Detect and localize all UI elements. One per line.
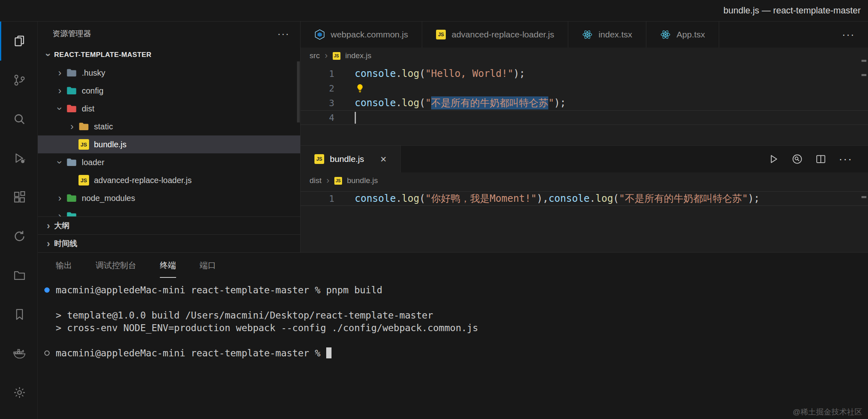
- tree-folder-dist[interactable]: ›dist: [38, 100, 300, 118]
- tree-item-label: dist: [82, 104, 94, 113]
- source-control-button[interactable]: [0, 61, 37, 100]
- panel-tab-ports[interactable]: 端口: [200, 253, 216, 278]
- chevron-right-icon: ›: [54, 211, 65, 216]
- code-token: (: [419, 68, 425, 79]
- tree-folder-node-modules[interactable]: ›node_modules: [38, 189, 300, 207]
- chevron-right-icon: ›: [43, 221, 54, 231]
- panel-tab-debug-console[interactable]: 调试控制台: [96, 253, 136, 278]
- tab-advanced-replace-loader-js[interactable]: JSadvanced-replace-loader.js: [422, 22, 568, 48]
- folder-button[interactable]: [0, 256, 37, 295]
- code-token: );: [554, 97, 566, 109]
- editor-group-top: webpack.common.jsJSadvanced-replace-load…: [301, 22, 868, 145]
- extensions-button[interactable]: [0, 178, 37, 217]
- tab-index-tsx[interactable]: index.tsx: [568, 22, 646, 48]
- code-token: (: [419, 97, 425, 109]
- sidebar-scrollbar[interactable]: [297, 61, 300, 122]
- terminal-cursor: [326, 347, 331, 358]
- file-tree: ›.husky›config›dist›staticJSbundle.js›lo…: [38, 64, 300, 216]
- explorer-icon: [13, 34, 26, 48]
- terminal-line[interactable]: macmini@appledeMac-mini react-template-m…: [38, 284, 868, 296]
- code-token: .: [396, 97, 401, 109]
- sidebar-title: 资源管理器: [52, 28, 91, 39]
- search-viewport-button[interactable]: [792, 153, 803, 165]
- breadcrumb-item[interactable]: bundle.js: [347, 176, 378, 185]
- tab-webpack-common-js[interactable]: webpack.common.js: [301, 22, 422, 48]
- terminal-line[interactable]: macmini@appledeMac-mini react-template-m…: [38, 347, 868, 359]
- tree-file-bundle-js[interactable]: JSbundle.js: [38, 135, 300, 153]
- settings-button[interactable]: [0, 373, 37, 412]
- breadcrumb-item[interactable]: index.js: [345, 51, 371, 60]
- upper-area: 资源管理器 ··· › REACT-TEMPLATE-MASTER ›.husk…: [38, 22, 868, 252]
- sync-button[interactable]: [0, 217, 37, 256]
- code-token: ": [548, 97, 554, 109]
- tree-file-advanced-replace-loader-js[interactable]: JSadvanced-replace-loader.js: [38, 171, 300, 189]
- tree-item-label: .husky: [82, 68, 105, 78]
- sidebar-more-button[interactable]: ···: [277, 28, 290, 39]
- breadcrumb-item[interactable]: dist: [310, 176, 322, 185]
- line-number[interactable]: 3: [301, 98, 334, 108]
- editor-actions: ···: [768, 146, 868, 172]
- code-line[interactable]: 1console.log("Hello, World!");: [301, 66, 868, 81]
- terminal[interactable]: macmini@appledeMac-mini react-template-m…: [38, 278, 868, 359]
- sync-icon: [13, 229, 26, 243]
- search-button[interactable]: [0, 100, 37, 139]
- overview-ruler-mark: [861, 196, 866, 198]
- tree-folder-config[interactable]: ›config: [38, 82, 300, 100]
- tab-overflow-button[interactable]: ···: [829, 28, 868, 41]
- panel-tab-output[interactable]: 输出: [56, 253, 72, 278]
- tree-folder-husky[interactable]: ›.husky: [38, 64, 300, 82]
- terminal-line[interactable]: [38, 334, 868, 347]
- tab-app-tsx[interactable]: App.tsx: [646, 22, 719, 48]
- tree-folder[interactable]: ›: [38, 207, 300, 216]
- section-outline[interactable]: ›大纲: [38, 216, 300, 234]
- code-line[interactable]: 1console.log("你好鸭，我是Moment!"),console.lo…: [301, 191, 868, 206]
- close-icon[interactable]: ×: [380, 154, 386, 164]
- source-control-icon: [13, 73, 26, 87]
- explorer-button[interactable]: [0, 22, 37, 61]
- code-token: "你好鸭，我是Moment!": [425, 192, 537, 205]
- terminal-text: > template@1.0.0 build /Users/macmini/De…: [56, 310, 433, 321]
- tree-folder-loader[interactable]: ›loader: [38, 153, 300, 171]
- terminal-line[interactable]: > template@1.0.0 build /Users/macmini/De…: [38, 309, 868, 321]
- line-number[interactable]: 2: [301, 83, 334, 94]
- js-icon: JS: [333, 52, 340, 60]
- js-icon: JS: [334, 177, 342, 185]
- code-token: console: [548, 193, 589, 204]
- tree-item-label: static: [94, 122, 113, 131]
- line-number[interactable]: 4: [301, 113, 334, 123]
- code-line[interactable]: 4: [301, 110, 868, 125]
- js-icon: JS: [79, 175, 89, 185]
- webpack-icon: [314, 29, 325, 40]
- line-number[interactable]: 1: [301, 69, 334, 79]
- run-button[interactable]: [768, 153, 779, 165]
- run-debug-button[interactable]: [0, 139, 37, 178]
- tab-bundle-js[interactable]: JS bundle.js ×: [301, 146, 401, 172]
- tree-item-label: advanced-replace-loader.js: [94, 176, 192, 185]
- project-root-row[interactable]: › REACT-TEMPLATE-MASTER: [38, 46, 300, 64]
- code-editor-top[interactable]: 1console.log("Hello, World!");23console.…: [301, 64, 868, 145]
- lightbulb-icon[interactable]: [355, 83, 365, 94]
- terminal-line[interactable]: [38, 296, 868, 309]
- code-line[interactable]: 3console.log("不是所有的牛奶都叫特仑苏");: [301, 96, 868, 110]
- vscode-window: bundle.js — react-template-master 资源管理器 …: [0, 0, 868, 419]
- code-line[interactable]: 2: [301, 81, 868, 96]
- bookmarks-button[interactable]: [0, 295, 37, 334]
- code-token: (: [613, 193, 619, 204]
- search-icon: [13, 112, 26, 126]
- breadcrumb-item[interactable]: src: [310, 51, 320, 60]
- extensions-icon: [13, 190, 26, 204]
- docker-button[interactable]: [0, 334, 37, 373]
- terminal-line[interactable]: > cross-env NODE_ENV=production webpack …: [38, 321, 868, 334]
- split-editor-button[interactable]: [815, 153, 827, 165]
- section-timeline[interactable]: ›时间线: [38, 234, 300, 252]
- line-number[interactable]: 1: [301, 194, 334, 204]
- more-button[interactable]: ···: [839, 153, 853, 166]
- code-editor-bottom[interactable]: 1console.log("你好鸭，我是Moment!"),console.lo…: [301, 189, 868, 252]
- panel-tab-terminal[interactable]: 终端: [160, 253, 176, 278]
- js-icon: JS: [436, 30, 446, 39]
- folder-icon: [66, 212, 77, 216]
- code-text: console.log("你好鸭，我是Moment!"),console.log…: [334, 192, 760, 205]
- tab-label: App.tsx: [676, 30, 705, 39]
- tree-folder-static[interactable]: ›static: [38, 118, 300, 135]
- chevron-down-icon: ›: [55, 103, 65, 114]
